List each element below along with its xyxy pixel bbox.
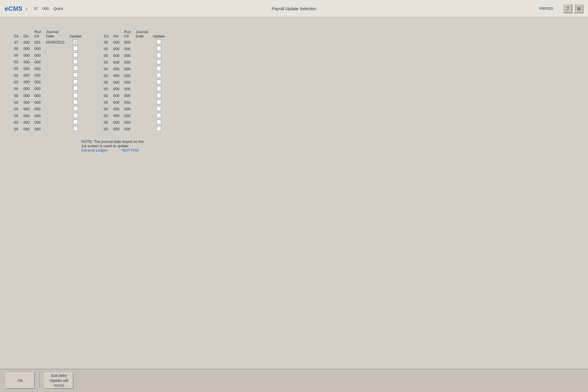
div-cell: 000 <box>21 72 32 79</box>
journaldate-cell <box>44 59 67 65</box>
update-checkbox[interactable] <box>157 120 161 124</box>
update-checkbox[interactable] <box>73 126 78 131</box>
update-cell <box>150 126 167 132</box>
co-cell: 00 <box>12 99 21 106</box>
journaldate-cell <box>133 119 150 126</box>
update-checkbox[interactable] <box>73 53 78 57</box>
journaldate-cell <box>133 99 150 106</box>
col-header-co-left: Co <box>12 29 21 39</box>
update-cell <box>150 99 167 106</box>
update-checkbox[interactable] <box>73 120 78 124</box>
left-table: Co Div RunCtl JournalDate Update 37 000 … <box>12 29 84 132</box>
div-cell: 000 <box>111 99 122 106</box>
update-cell <box>150 66 167 72</box>
update-checkbox[interactable] <box>157 80 161 84</box>
table-row: 00 000 000 <box>12 119 84 126</box>
update-button[interactable]: Exit (Mini Update will occur) <box>44 373 73 389</box>
update-checkbox[interactable] <box>157 86 161 91</box>
update-cell <box>150 59 167 66</box>
div-cell: 000 <box>111 39 122 46</box>
div-cell: 000 <box>21 119 32 126</box>
table-row: 00 000 000 <box>12 112 84 119</box>
update-checkbox[interactable] <box>73 46 78 51</box>
top-info: 37 000 Quick <box>34 6 63 11</box>
div-cell: 000 <box>21 92 32 99</box>
update-checkbox[interactable] <box>157 73 161 78</box>
update-cell <box>67 106 84 112</box>
update-cell <box>67 79 84 85</box>
update-checkbox[interactable] <box>73 79 78 84</box>
journaldate-cell: 05/26/2011 <box>44 39 67 45</box>
help-button[interactable]: ? <box>563 4 572 13</box>
journaldate-cell <box>133 46 150 52</box>
screen-title: Payroll Update Selection <box>272 6 316 11</box>
co-cell: 00 <box>101 52 111 59</box>
div-cell: 000 <box>21 126 32 132</box>
journaldate-cell <box>44 85 67 92</box>
table-row: 37 000 001 05/26/2011 X <box>12 39 84 45</box>
table-row: 00 000 000 <box>101 46 167 52</box>
update-cell <box>67 112 84 119</box>
co-cell: 00 <box>12 106 21 112</box>
nav-button[interactable]: ⊞ <box>574 4 583 13</box>
update-checkbox[interactable] <box>73 106 78 111</box>
update-checkbox[interactable] <box>73 59 78 64</box>
runctl-cell: 000 <box>122 72 134 79</box>
table-container: Co Div RunCtl JournalDate Update 37 000 … <box>12 29 576 132</box>
update-checkbox[interactable] <box>157 113 161 118</box>
co-cell: 00 <box>12 65 21 72</box>
update-cell <box>67 65 84 72</box>
div-cell: 000 <box>111 92 122 99</box>
div-cell: 000 <box>21 106 32 112</box>
runctl-cell: 001 <box>32 39 44 45</box>
runctl-cell: 000 <box>32 99 44 106</box>
screen-code: PRP020 <box>539 6 553 11</box>
runctl-cell: 000 <box>122 119 134 126</box>
update-checkbox[interactable] <box>73 100 78 104</box>
general-ledger-link[interactable]: General Ledger. <box>81 148 108 152</box>
update-checkbox[interactable] <box>157 60 161 64</box>
table-row: 00 000 000 <box>101 106 167 112</box>
col-header-runctl-right: RunCtl <box>122 29 134 39</box>
update-checkbox[interactable] <box>157 46 161 51</box>
div-cell: 000 <box>111 66 122 72</box>
runctl-cell: 000 <box>122 112 134 119</box>
update-checkbox[interactable] <box>73 73 78 77</box>
co-cell: 00 <box>101 106 111 112</box>
table-row: 00 000 000 <box>12 59 84 65</box>
ok-label: Ok <box>18 378 23 383</box>
co-cell: 00 <box>12 45 21 52</box>
co-cell: 37 <box>12 39 21 45</box>
runctl-cell: 000 <box>32 85 44 92</box>
update-checkbox[interactable] <box>157 126 161 131</box>
update-checkbox[interactable] <box>157 100 161 104</box>
update-cell <box>150 86 167 92</box>
update-checkbox[interactable] <box>73 66 78 71</box>
update-checkbox[interactable] <box>73 93 78 98</box>
runctl-cell: 000 <box>122 86 134 92</box>
update-checkbox[interactable] <box>157 53 161 57</box>
co-cell: 00 <box>101 72 111 79</box>
runctl-cell: 000 <box>122 106 134 112</box>
update-checkbox[interactable] <box>157 39 161 44</box>
runctl-cell: 000 <box>122 59 134 66</box>
table-row: 00 000 000 <box>12 85 84 92</box>
top-bar: eCMS ||| 37 000 Quick Payroll Update Sel… <box>0 0 588 17</box>
update-checkbox[interactable] <box>73 113 78 118</box>
ok-button[interactable]: Ok <box>6 373 35 389</box>
journaldate-cell <box>133 66 150 72</box>
co-cell: 00 <box>101 59 111 66</box>
runctl-cell: 000 <box>32 126 44 132</box>
journaldate-cell <box>133 52 150 59</box>
update-checkbox[interactable] <box>157 66 161 71</box>
co-cell: 00 <box>101 39 111 46</box>
update-cell <box>67 85 84 92</box>
update-checkbox[interactable]: X <box>73 40 78 44</box>
update-checkbox[interactable] <box>157 106 161 111</box>
runctl-cell: 000 <box>32 112 44 119</box>
table-row: 00 000 000 <box>12 92 84 99</box>
update-checkbox[interactable] <box>157 93 161 98</box>
runctl-cell: 000 <box>122 66 134 72</box>
update-checkbox[interactable] <box>73 86 78 91</box>
button-separator <box>39 373 40 388</box>
